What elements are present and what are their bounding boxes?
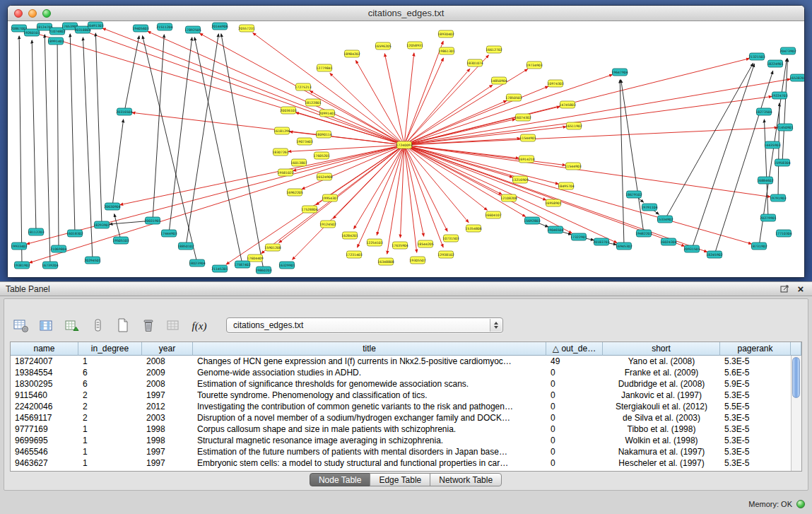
scrollbar-thumb[interactable] bbox=[792, 357, 800, 398]
graph-edge[interactable] bbox=[404, 79, 790, 145]
graph-node[interactable]: 20316504 bbox=[116, 108, 132, 115]
column-header-year[interactable]: year bbox=[142, 342, 193, 356]
graph-edge[interactable] bbox=[77, 29, 404, 145]
import-table-icon[interactable] bbox=[165, 317, 182, 333]
graph-edge[interactable] bbox=[194, 37, 242, 264]
graph-node[interactable]: 18495704 bbox=[558, 182, 574, 189]
graph-node[interactable]: 16962205 bbox=[286, 189, 302, 196]
graph-node[interactable]: 19381902 bbox=[13, 262, 30, 269]
graph-node[interactable]: 18293901 bbox=[93, 221, 110, 228]
graph-node[interactable]: 16024304 bbox=[660, 238, 676, 245]
graph-edge[interactable] bbox=[665, 64, 753, 219]
graph-node[interactable]: 16074302 bbox=[514, 114, 531, 121]
graph-node[interactable]: 20557231 bbox=[238, 25, 254, 32]
graph-node[interactable]: 18544205 bbox=[417, 240, 433, 247]
graph-edge[interactable] bbox=[404, 145, 572, 233]
graph-node[interactable]: 21145301 bbox=[211, 265, 228, 272]
graph-node[interactable]: 19933402 bbox=[11, 243, 27, 250]
graph-node[interactable]: 16884602 bbox=[757, 177, 773, 184]
graph-node[interactable]: 18122801 bbox=[305, 99, 321, 106]
graph-edge[interactable] bbox=[153, 35, 164, 221]
graph-node[interactable]: 16958901 bbox=[545, 199, 561, 206]
tab-node-table[interactable]: Node Table bbox=[310, 473, 371, 486]
graph-edge[interactable] bbox=[354, 145, 404, 229]
graph-edge[interactable] bbox=[302, 145, 404, 189]
graph-edge[interactable] bbox=[404, 41, 443, 145]
graph-node[interactable]: 19581022 bbox=[277, 169, 293, 176]
graph-edge[interactable] bbox=[404, 96, 772, 145]
graph-node[interactable]: 11544903 bbox=[565, 163, 581, 170]
graph-edge[interactable] bbox=[404, 145, 770, 197]
graph-node[interactable]: 17444903 bbox=[160, 230, 177, 237]
graph-node[interactable]: 17710304 bbox=[775, 230, 792, 237]
graph-node[interactable]: 19046504 bbox=[547, 226, 563, 233]
show-columns-icon[interactable] bbox=[38, 317, 55, 333]
graph-node[interactable]: 15692803 bbox=[524, 217, 540, 224]
graph-node[interactable]: 18307261 bbox=[272, 148, 288, 156]
graph-node[interactable]: 16945302 bbox=[616, 243, 632, 250]
graph-node[interactable]: 11544901 bbox=[519, 134, 536, 141]
graph-edge[interactable] bbox=[404, 69, 528, 145]
graph-node[interactable]: 17587402 bbox=[234, 261, 250, 268]
table-row[interactable]: 946554611997Estimation of the future num… bbox=[11, 446, 791, 457]
graph-node[interactable]: 20144906 bbox=[211, 23, 228, 30]
graph-node[interactable]: 20630904 bbox=[104, 203, 120, 210]
table-row[interactable]: 946362711997Embryonic stem cells: a mode… bbox=[11, 457, 791, 469]
graph-node[interactable]: 12254103 bbox=[366, 239, 382, 246]
graph-node[interactable]: 20294501 bbox=[84, 257, 100, 264]
graph-node[interactable]: 18112203 bbox=[28, 228, 44, 235]
graph-node[interactable]: 19791104 bbox=[641, 204, 657, 211]
table-row[interactable]: 1456911722003Disruption of a novel membe… bbox=[11, 412, 791, 424]
graph-node[interactable]: 19482203 bbox=[635, 230, 652, 237]
graph-edge[interactable] bbox=[404, 127, 566, 145]
graph-node[interactable]: 15901208 bbox=[264, 244, 281, 251]
graph-node[interactable]: 20279901 bbox=[760, 214, 776, 221]
graph-node[interactable]: 12779841 bbox=[316, 64, 332, 71]
graph-node[interactable]: 17528804 bbox=[301, 206, 317, 213]
graph-node[interactable]: 19860203 bbox=[255, 267, 271, 274]
graph-node[interactable]: 19224703 bbox=[771, 92, 787, 99]
graph-node[interactable]: 15958304 bbox=[774, 159, 790, 166]
graph-node[interactable]: 19647904 bbox=[611, 69, 628, 76]
graph-edge[interactable] bbox=[404, 55, 488, 145]
graph-node[interactable]: 18850102 bbox=[177, 243, 194, 250]
graph-node[interactable]: 17231403 bbox=[346, 251, 362, 258]
column-header-in_degree[interactable]: in_degree bbox=[78, 342, 142, 356]
graph-node[interactable]: 20031901 bbox=[144, 217, 160, 224]
graph-edge[interactable] bbox=[384, 54, 404, 145]
minimize-window-button[interactable] bbox=[28, 9, 37, 18]
graph-edge[interactable] bbox=[70, 34, 75, 233]
graph-edge[interactable] bbox=[226, 145, 404, 264]
graph-edge[interactable] bbox=[19, 36, 22, 265]
graph-node[interactable]: 20991402 bbox=[319, 110, 335, 117]
tab-edge-table[interactable]: Edge Table bbox=[370, 473, 430, 486]
close-panel-icon[interactable]: × bbox=[795, 284, 806, 294]
network-window[interactable]: citations_edges.txt 17240093183010741986… bbox=[7, 5, 805, 278]
graph-node[interactable]: 17322901 bbox=[570, 233, 587, 240]
table-row[interactable]: 969969511998Structural magnetic resonanc… bbox=[11, 435, 791, 446]
graph-node[interactable]: 14745803 bbox=[559, 101, 575, 108]
graph-node[interactable]: 16491303 bbox=[87, 22, 103, 29]
graph-node[interactable]: 21511204 bbox=[156, 23, 172, 30]
graph-node[interactable]: 16612702 bbox=[486, 46, 502, 53]
graph-edge[interactable] bbox=[143, 36, 197, 263]
network-graph[interactable]: 1724009318301074198613011205893116596205… bbox=[8, 21, 804, 277]
table-row[interactable]: 911546021997Tourette syndrome. Phenomeno… bbox=[11, 390, 791, 401]
dropdown-stepper-icon[interactable] bbox=[490, 319, 502, 332]
graph-node[interactable]: 21069804 bbox=[50, 245, 66, 252]
graph-node[interactable]: 19791903 bbox=[770, 194, 786, 201]
graph-edge[interactable] bbox=[57, 39, 59, 249]
graph-node[interactable]: 16511902 bbox=[565, 122, 582, 129]
graph-edge[interactable] bbox=[112, 119, 124, 206]
graph-node[interactable]: 18991402 bbox=[47, 37, 64, 45]
graph-node[interactable]: 10974303 bbox=[547, 80, 563, 87]
graph-edge[interactable] bbox=[29, 145, 404, 263]
graph-node[interactable]: 18930402 bbox=[437, 30, 454, 37]
table-settings-icon[interactable] bbox=[13, 317, 30, 333]
row-tools-icon[interactable] bbox=[89, 317, 106, 333]
graph-edge[interactable] bbox=[404, 59, 749, 145]
graph-node[interactable]: 16604107 bbox=[485, 211, 501, 218]
column-header-pagerank[interactable]: pagerank bbox=[720, 342, 791, 356]
graph-node[interactable]: 18224901 bbox=[767, 60, 783, 67]
export-table-icon[interactable] bbox=[64, 317, 81, 333]
